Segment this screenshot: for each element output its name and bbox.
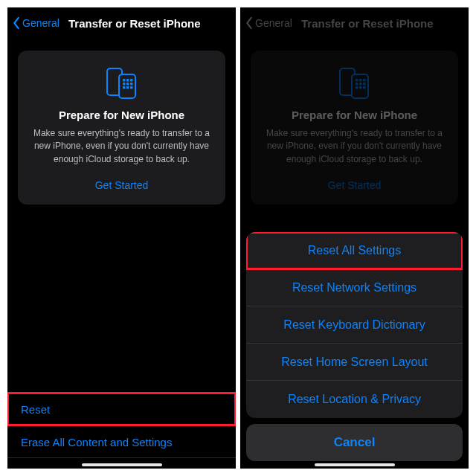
svg-rect-9: [126, 86, 129, 89]
option-label: Reset Location & Privacy: [288, 393, 421, 406]
bottom-options: Reset Erase All Content and Settings: [7, 393, 236, 458]
erase-label: Erase All Content and Settings: [21, 436, 172, 448]
card-heading: Prepare for New iPhone: [30, 109, 213, 121]
back-button[interactable]: General: [12, 16, 64, 30]
home-indicator: [82, 463, 162, 466]
svg-rect-8: [123, 86, 126, 89]
option-reset-keyboard-dictionary[interactable]: Reset Keyboard Dictionary: [246, 306, 463, 344]
option-label: Reset Home Screen Layout: [281, 356, 428, 369]
svg-rect-10: [130, 86, 133, 89]
svg-rect-7: [130, 83, 133, 86]
option-reset-location-privacy[interactable]: Reset Location & Privacy: [246, 381, 463, 418]
svg-rect-4: [130, 79, 133, 82]
prepare-card: Prepare for New iPhone Make sure everyth…: [18, 51, 225, 205]
cancel-label: Cancel: [334, 435, 376, 450]
option-label: Reset All Settings: [308, 244, 401, 257]
get-started-button[interactable]: Get Started: [92, 176, 152, 194]
option-label: Reset Network Settings: [292, 281, 416, 295]
option-reset-network-settings[interactable]: Reset Network Settings: [246, 269, 463, 306]
home-indicator: [315, 463, 395, 466]
option-reset-all-settings[interactable]: Reset All Settings: [246, 232, 463, 269]
navbar: General Transfer or Reset iPhone: [7, 7, 236, 39]
svg-rect-6: [126, 83, 129, 86]
svg-rect-5: [123, 83, 126, 86]
two-phones-icon: [101, 65, 143, 101]
cancel-button[interactable]: Cancel: [246, 424, 463, 461]
phone-left: General Transfer or Reset iPhone Prepare…: [7, 7, 236, 469]
erase-row[interactable]: Erase All Content and Settings: [7, 425, 236, 458]
card-body: Make sure everything's ready to transfer…: [33, 127, 210, 166]
nav-title: Transfer or Reset iPhone: [68, 17, 201, 30]
action-sheet-options: Reset All Settings Reset Network Setting…: [246, 232, 463, 418]
svg-rect-3: [126, 79, 129, 82]
svg-rect-2: [123, 79, 126, 82]
chevron-left-icon: [12, 16, 21, 30]
phone-right: General Transfer or Reset iPhone: [240, 7, 469, 469]
option-label: Reset Keyboard Dictionary: [283, 318, 425, 332]
option-reset-home-screen-layout[interactable]: Reset Home Screen Layout: [246, 344, 463, 381]
reset-row[interactable]: Reset: [7, 393, 236, 425]
back-label: General: [22, 17, 60, 29]
reset-label: Reset: [21, 403, 50, 416]
reset-action-sheet: Reset All Settings Reset Network Setting…: [246, 232, 463, 461]
